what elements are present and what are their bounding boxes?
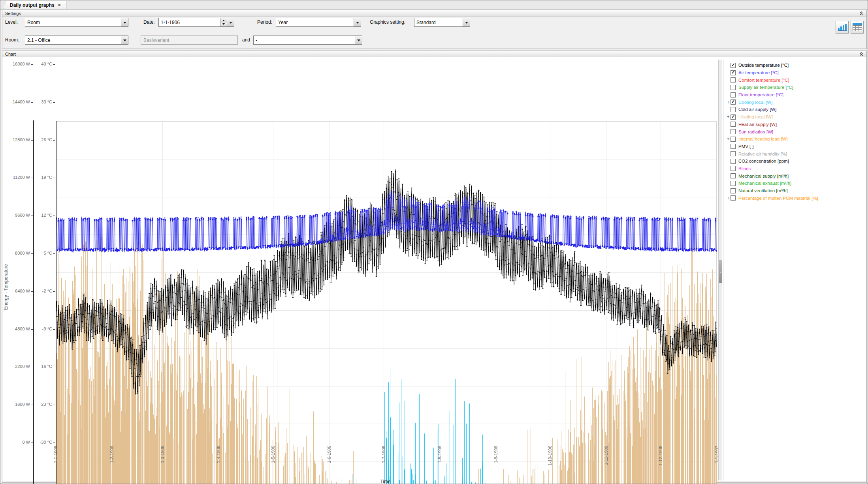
expander-plus-icon[interactable]: + (726, 196, 731, 201)
energy-tick-label: 11200 W (6, 175, 30, 180)
graphics-setting-label: Graphics setting: (370, 19, 405, 25)
chart-title: Chart (5, 52, 16, 56)
legend-label: Mechanical supply [m³/h] (738, 174, 789, 178)
table-view-button[interactable] (851, 21, 864, 34)
legend-item[interactable]: +Internal heating load [W] (723, 135, 866, 143)
spin-down-icon[interactable] (220, 23, 227, 27)
legend-checkbox[interactable] (731, 99, 736, 105)
legend-item[interactable]: +Percentage of molten PCM material [%] (723, 194, 866, 202)
legend-checkbox[interactable] (731, 173, 736, 178)
legend-item[interactable]: Air temperature [°C] (723, 69, 866, 77)
legend-item[interactable]: Natural ventilation [m³/h] (723, 187, 866, 195)
legend-item[interactable]: Mechanical supply [m³/h] (723, 172, 866, 180)
collapse-settings-icon[interactable] (859, 11, 863, 15)
legend-item[interactable]: +Heating local [W] (723, 113, 866, 121)
date-spinner[interactable] (220, 18, 227, 26)
legend-label: Floor temperature [°C] (738, 92, 783, 97)
legend-label: CO2 concentration [ppm] (738, 159, 789, 163)
chevron-down-icon[interactable] (227, 18, 234, 26)
chart-plot[interactable] (56, 121, 717, 484)
variant-input[interactable]: Basisvariant (141, 36, 238, 45)
legend-panel: Outside temperature [°C]Air temperature … (723, 59, 866, 481)
x-tick-label: 1-9-1906 (493, 446, 498, 463)
legend-item[interactable]: Mechanical exhaust [m³/h] (723, 180, 866, 187)
expander-plus-icon[interactable]: + (726, 137, 731, 141)
tick-mark (53, 443, 55, 443)
chevron-down-icon[interactable] (354, 18, 361, 26)
legend-item[interactable]: Cold air supply [W] (723, 106, 866, 113)
legend-checkbox[interactable] (731, 195, 736, 201)
room-select[interactable]: 2.1 - Office (25, 36, 128, 45)
tick-mark (53, 216, 55, 216)
compare-variant-value: - (254, 38, 355, 43)
legend-item[interactable]: +Cooling local [W] (723, 98, 866, 106)
tick-mark (53, 178, 55, 178)
legend-checkbox[interactable] (731, 63, 736, 68)
expander-plus-icon[interactable]: + (726, 100, 731, 105)
legend-checkbox[interactable] (731, 129, 736, 134)
legend-item[interactable]: Blinds (723, 165, 866, 173)
legend-item[interactable]: Heat air supply [W] (723, 121, 866, 128)
legend-checkbox[interactable] (731, 137, 736, 142)
legend-item[interactable]: Relative air humidity [%] (723, 150, 866, 158)
tab-daily-output-graphs[interactable]: Daily output graphs × (3, 1, 66, 9)
legend-item[interactable]: PMV [-] (723, 143, 866, 150)
energy-tick-label: 12800 W (6, 137, 30, 142)
x-axis-title: Time (380, 479, 391, 484)
legend-item[interactable]: Sun radiation [W] (723, 128, 866, 135)
graphics-setting-select[interactable]: Standard (414, 18, 470, 27)
energy-tick-label: 16000 W (6, 62, 30, 66)
chevron-down-icon[interactable] (121, 36, 128, 44)
legend-checkbox[interactable] (731, 70, 736, 75)
settings-title: Settings (5, 11, 21, 16)
legend-item[interactable]: Supply air temperature [°C] (723, 84, 866, 91)
x-tick-label: 1-1-1906 (53, 446, 58, 463)
legend-checkbox[interactable] (731, 188, 736, 193)
legend-item[interactable]: CO2 concentration [ppm] (723, 158, 866, 165)
legend-checkbox[interactable] (731, 85, 736, 90)
y-axis-title: Energy - Temperature (3, 264, 9, 310)
legend-checkbox[interactable] (731, 144, 736, 149)
legend-checkbox[interactable] (731, 166, 736, 171)
tick-mark (53, 140, 55, 141)
level-select[interactable]: Room (25, 18, 128, 27)
legend-label: Cold air supply [W] (738, 107, 777, 112)
chevron-down-icon[interactable] (463, 18, 470, 26)
period-value: Year (276, 20, 354, 25)
tab-bar: Daily output graphs × (0, 0, 868, 9)
room-value: 2.1 - Office (25, 38, 121, 43)
energy-tick-label: 1600 W (6, 402, 30, 407)
legend-item[interactable]: Comfort temperature [°C] (723, 76, 866, 84)
settings-header: Settings (2, 10, 866, 17)
legend-checkbox[interactable] (731, 159, 736, 164)
expander-plus-icon[interactable]: + (726, 114, 731, 119)
tab-close-icon[interactable]: × (58, 3, 61, 7)
legend-checkbox[interactable] (731, 181, 736, 186)
splitter-handle[interactable]: ◂ (719, 260, 722, 283)
period-select[interactable]: Year (276, 18, 361, 27)
level-value: Room (25, 20, 121, 25)
legend-label: Natural ventilation [m³/h] (738, 188, 788, 193)
compare-variant-select[interactable]: - (253, 36, 362, 45)
tick-mark (53, 253, 55, 254)
energy-tick-label: 3200 W (6, 364, 30, 369)
collapse-chart-icon[interactable] (859, 52, 863, 56)
legend-checkbox[interactable] (731, 107, 736, 112)
legend-label: PMV [-] (738, 144, 753, 149)
chart-view-button[interactable] (836, 21, 849, 34)
legend-label: Supply air temperature [°C] (738, 85, 793, 90)
legend-checkbox[interactable] (731, 122, 736, 127)
date-picker[interactable]: 1-1-1906 (158, 18, 234, 27)
legend-checkbox[interactable] (731, 92, 736, 98)
legend-checkbox[interactable] (731, 114, 736, 120)
legend-item[interactable]: Floor temperature [°C] (723, 91, 866, 99)
legend-checkbox[interactable] (731, 77, 736, 83)
legend-label: Percentage of molten PCM material [%] (738, 196, 818, 201)
spin-up-icon[interactable] (220, 18, 227, 23)
chevron-down-icon[interactable] (355, 36, 362, 44)
legend-item[interactable]: Outside temperature [°C] (723, 62, 866, 69)
level-label: Level: (5, 19, 18, 25)
legend-splitter[interactable]: ◂ (718, 60, 722, 480)
chevron-down-icon[interactable] (121, 18, 128, 26)
legend-checkbox[interactable] (731, 151, 736, 156)
